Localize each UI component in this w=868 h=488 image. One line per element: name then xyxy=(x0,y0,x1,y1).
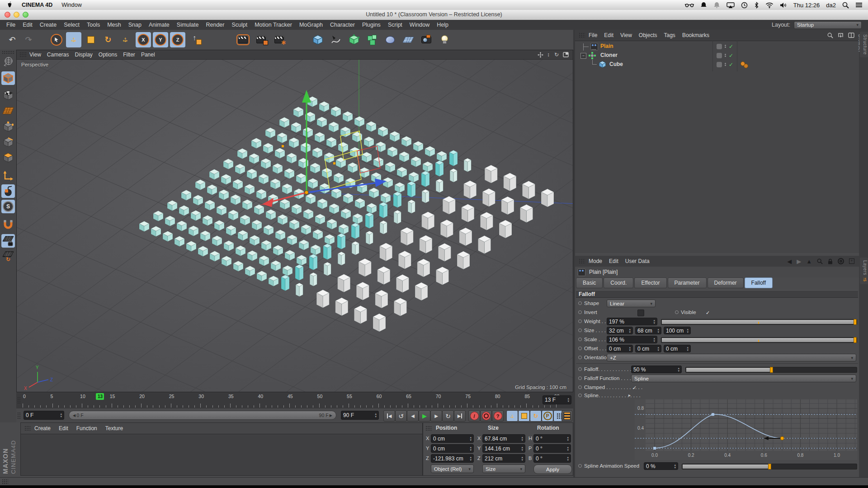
timeline-menu-item[interactable]: Texture xyxy=(105,425,123,432)
scale-tool[interactable] xyxy=(83,32,99,47)
position-y-field[interactable]: 0 cm▴▾ xyxy=(431,444,474,453)
range-left-arrow-icon[interactable]: ◀ xyxy=(73,413,76,418)
viewport-toggle-icon[interactable] xyxy=(562,51,569,58)
size-x-field[interactable]: 32 cm▴▾ xyxy=(607,327,633,334)
size-y-field[interactable]: 144.16 cm▴▾ xyxy=(482,444,525,453)
animation-dot[interactable] xyxy=(578,394,582,397)
app-menu-item[interactable]: Help xyxy=(437,22,448,28)
app-menu-item[interactable]: Animate xyxy=(149,22,170,28)
previous-frame-button[interactable]: ◀ xyxy=(407,410,419,422)
viewport-grip[interactable] xyxy=(19,52,27,57)
orientation-dropdown[interactable]: +Z▾ xyxy=(607,354,856,361)
enabled-check-icon[interactable]: ✓ xyxy=(729,52,733,59)
tab-parameter[interactable]: Parameter xyxy=(668,277,707,288)
offset-z-field[interactable]: 0 cm▴▾ xyxy=(664,345,691,352)
om-path-icon[interactable] xyxy=(838,33,844,38)
timeline-panel-grip[interactable] xyxy=(24,426,31,431)
volume-icon[interactable] xyxy=(780,1,787,9)
preview-range-slider[interactable]: ◀ 0 F 90 F ▶ xyxy=(69,411,336,420)
workplane-mode-button[interactable] xyxy=(1,104,15,117)
bluetooth-icon[interactable] xyxy=(754,1,759,9)
size-y-field[interactable]: 68 cm▴▾ xyxy=(635,327,661,334)
apple-menu-icon[interactable] xyxy=(6,1,13,9)
timeline-menu-item[interactable]: Function xyxy=(76,425,97,432)
window-title-bar[interactable]: Untitled 10 * (Classroom Version – Restr… xyxy=(0,10,868,20)
coordinates-grip[interactable] xyxy=(425,426,432,431)
viewport-pan-icon[interactable] xyxy=(537,51,544,58)
model-mode-button[interactable] xyxy=(1,71,15,85)
record-rotation-button[interactable]: ↻ xyxy=(530,410,542,422)
bell-filled-icon[interactable] xyxy=(700,1,707,9)
size-z-field[interactable]: 212 cm▴▾ xyxy=(482,454,525,463)
lock-z-axis-button[interactable]: Z xyxy=(170,32,185,47)
mograph-tag-icon[interactable] xyxy=(744,64,748,68)
status-grip[interactable] xyxy=(2,479,8,484)
spinner-icon[interactable]: ▴▾ xyxy=(60,413,62,418)
app-menu-item[interactable]: MoGraph xyxy=(299,22,323,28)
play-backward-button[interactable]: ↺ xyxy=(395,410,407,422)
invert-checkbox[interactable] xyxy=(637,310,644,316)
enabled-check-icon[interactable]: ✓ xyxy=(729,43,733,50)
app-menu-item[interactable]: Mesh xyxy=(107,22,121,28)
mograph-button[interactable] xyxy=(364,32,380,47)
redo-button[interactable]: ↷ xyxy=(21,32,36,47)
size-mode-dropdown[interactable]: Size▾ xyxy=(482,465,525,473)
ruler-grip[interactable] xyxy=(17,397,21,404)
app-menu-item[interactable]: Tools xyxy=(87,22,100,28)
wifi-icon[interactable] xyxy=(765,1,774,9)
layout-dropdown[interactable]: Startup▾ xyxy=(794,21,862,29)
tweak-mode-button[interactable] xyxy=(1,184,15,198)
object-row-plain[interactable]: Plain ✓ xyxy=(575,42,859,51)
parent-object-icon[interactable]: ▲ xyxy=(806,258,812,265)
animation-dot[interactable] xyxy=(578,356,582,359)
animation-dot[interactable] xyxy=(578,376,582,380)
spotlight-icon[interactable] xyxy=(842,1,849,9)
animation-dot[interactable] xyxy=(578,347,582,350)
offset-x-field[interactable]: 0 cm▴▾ xyxy=(607,345,633,352)
size-z-field[interactable]: 100 cm▴▾ xyxy=(664,327,691,334)
lock-x-axis-button[interactable]: X xyxy=(136,32,151,47)
om-search-icon[interactable] xyxy=(827,33,833,38)
animation-dot[interactable] xyxy=(578,301,582,305)
range-end-field[interactable]: 90 F ▴▾ xyxy=(341,411,379,420)
record-position-button[interactable]: ↔↕ xyxy=(506,410,518,422)
object-manager-grip[interactable] xyxy=(579,33,585,38)
app-menu-item[interactable]: Render xyxy=(206,22,224,28)
record-scale-button[interactable] xyxy=(518,410,530,422)
mac-user[interactable]: da2 xyxy=(826,2,836,9)
keyframe-selection-button[interactable]: ? xyxy=(492,410,504,422)
history-forward-icon[interactable]: ▶ xyxy=(797,258,801,265)
airplay-icon[interactable] xyxy=(726,1,735,9)
viewport-menu-item[interactable]: Panel xyxy=(141,52,155,58)
rotation-b-field[interactable]: 0 °▴▾ xyxy=(533,454,571,463)
attr-search-icon[interactable] xyxy=(817,258,823,264)
timeline-menu-item[interactable]: Edit xyxy=(59,425,68,432)
enabled-check-icon[interactable]: ✓ xyxy=(729,61,733,68)
viewport-menu-item[interactable]: Options xyxy=(99,52,117,58)
mac-window-menu[interactable]: Window xyxy=(61,2,81,8)
app-menu-item[interactable]: Script xyxy=(388,22,402,28)
bell-icon[interactable] xyxy=(713,1,720,9)
object-manager-menu-item[interactable]: File xyxy=(589,32,597,38)
perspective-viewport[interactable]: YZX ViewCamerasDisplayOptionsFilterPanel… xyxy=(16,50,573,392)
object-manager-menu-item[interactable]: Objects xyxy=(639,32,657,38)
animation-dot[interactable] xyxy=(578,319,582,323)
edges-mode-button[interactable] xyxy=(1,136,15,149)
object-manager-menu-item[interactable]: Tags xyxy=(664,32,675,38)
rotation-p-field[interactable]: 0 °▴▾ xyxy=(533,444,571,453)
range-right-arrow-icon[interactable]: ▶ xyxy=(329,413,332,418)
app-menu-item[interactable]: Simulate xyxy=(177,22,199,28)
target-icon[interactable] xyxy=(838,258,844,264)
om-panes-icon[interactable] xyxy=(848,33,854,38)
animation-dot[interactable] xyxy=(578,338,582,341)
editor-visibility-toggle[interactable] xyxy=(717,62,722,67)
go-to-start-button[interactable]: ◀ xyxy=(383,410,395,422)
camera-label[interactable]: Perspective xyxy=(21,62,48,67)
move-tool[interactable]: ↔↕ xyxy=(66,32,81,47)
app-menu-item[interactable]: Window xyxy=(410,22,429,28)
make-editable-button[interactable] xyxy=(1,55,15,69)
autokeying-button[interactable] xyxy=(480,410,492,422)
coordinate-system-button[interactable]: ↑ xyxy=(189,32,204,47)
viewport-menu-item[interactable]: View xyxy=(29,52,41,58)
attribute-menu-item[interactable]: Mode xyxy=(589,258,602,264)
